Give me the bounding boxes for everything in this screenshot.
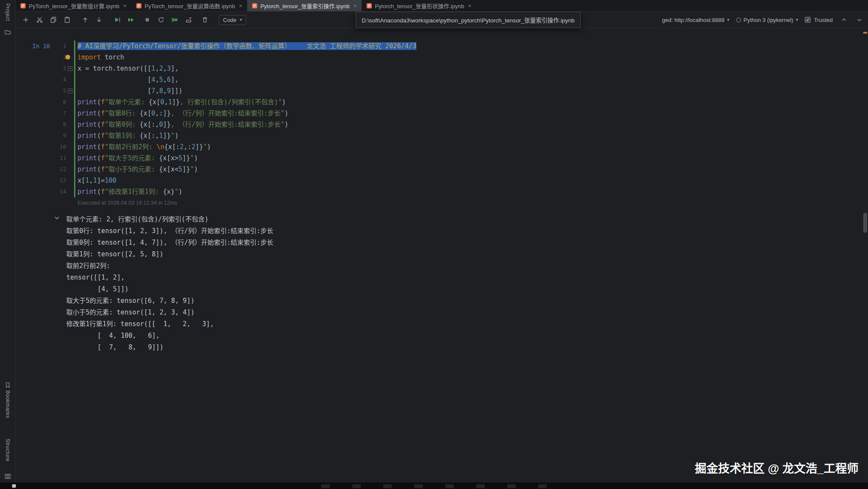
code-line[interactable]: 7print(f"取第0行: {x[0,:]}, （行/列）开始索引:结束索引:… — [16, 108, 859, 119]
editor-scrollbar[interactable] — [862, 28, 868, 483]
taskbar-app-icon[interactable] — [352, 484, 361, 488]
output-line: 取小于5的元素: tensor([1, 2, 3, 4]) — [66, 307, 273, 318]
taskbar-app-icon[interactable] — [383, 484, 392, 488]
delete-cell-button[interactable] — [199, 14, 211, 26]
code-text: print(f"取第0列: {x[:,0]}, （行/列）开始索引:结束索引:步… — [74, 119, 288, 130]
tool-window-structure[interactable]: Structure — [5, 439, 11, 461]
tab-close-icon[interactable]: × — [239, 3, 242, 9]
fold-gutter — [66, 175, 74, 186]
taskbar-app-icon[interactable] — [507, 484, 516, 488]
notebook-file-icon — [252, 3, 257, 9]
jupyter-server-dropdown[interactable]: ged: http://localhost:8888 ▾ — [662, 17, 729, 23]
code-line[interactable]: 10print(f"取前2行前2列: \n{x[:2,:2]}") — [16, 141, 859, 153]
run-all-button[interactable] — [125, 14, 137, 26]
cell-type-dropdown[interactable]: Code ▾ — [219, 15, 246, 25]
fold-gutter — [66, 97, 74, 108]
editor-tab[interactable]: PyTorch_tensor_张量运算函数.ipynb× — [131, 0, 247, 11]
kernel-name: Python 3 (ipykernel) — [744, 17, 794, 23]
structure-icon[interactable] — [4, 473, 11, 480]
tool-window-bookmarks[interactable]: Bookmarks — [5, 390, 11, 418]
taskbar-app-icon[interactable] — [538, 484, 547, 488]
code-line[interactable]: 13x[1,1]=100 — [16, 175, 859, 186]
copy-icon — [50, 16, 57, 23]
scrollbar-thumb[interactable] — [863, 213, 867, 233]
restart-kernel-icon — [158, 16, 164, 23]
fold-marker[interactable] — [66, 63, 74, 74]
tab-close-icon[interactable]: × — [123, 3, 127, 9]
fold-gutter — [66, 119, 74, 130]
run-all-below-icon — [171, 16, 178, 23]
tab-bar: PyTorch_tensor_张量数值计算.ipynb×PyTorch_tens… — [16, 0, 868, 12]
taskbar-app-icon[interactable] — [321, 484, 330, 488]
copy-button[interactable] — [47, 14, 59, 26]
add-cell-button[interactable] — [20, 14, 32, 26]
code-line[interactable]: 3x = torch.tensor([[1,2,3], — [16, 63, 859, 74]
tool-window-project[interactable]: Project — [5, 3, 11, 21]
line-number: 13 — [55, 175, 66, 186]
code-line[interactable]: 11print(f"取大于5的元素: {x[x>5]}") — [16, 153, 859, 164]
cell-in-label — [16, 175, 55, 186]
output-collapse-icon[interactable] — [53, 215, 62, 223]
code-lines[interactable]: In 101# AI深度学习/PyTorch/Tensor/张量索引操作（数学函… — [16, 40, 859, 197]
move-down-button[interactable] — [93, 14, 105, 26]
kernel-dropdown[interactable]: Python 3 (ipykernel) ▾ — [736, 17, 798, 23]
editor[interactable]: In 101# AI深度学习/PyTorch/Tensor/张量索引操作（数学函… — [16, 28, 868, 483]
text-selection: # AI深度学习/PyTorch/Tensor/张量索引操作（数学函数、矩阵运算… — [78, 42, 416, 50]
code-line[interactable]: 9print(f"取第1列: {x[:,1]}") — [16, 130, 859, 141]
bookmarks-icon[interactable] — [4, 382, 11, 389]
code-line[interactable]: 12print(f"取小于5的元素: {x[x<5]}") — [16, 164, 859, 175]
watermark: 掘金技术社区 @ 龙文浩_工程师 — [695, 459, 859, 476]
tab-close-icon[interactable]: × — [468, 3, 471, 9]
cell-in-label — [16, 153, 55, 164]
project-folder-icon[interactable] — [4, 28, 11, 35]
line-number: 1 — [55, 40, 66, 52]
trusted-checkbox[interactable]: ✓ Trusted — [805, 17, 833, 23]
windows-taskbar[interactable] — [0, 483, 868, 489]
delete-cell-icon — [202, 16, 208, 23]
chevron-down-icon — [856, 17, 862, 23]
move-up-button[interactable] — [79, 14, 91, 26]
taskbar-corner-icon[interactable] — [12, 484, 16, 488]
fold-gutter — [66, 153, 74, 164]
code-text: # AI深度学习/PyTorch/Tensor/张量索引操作（数学函数、矩阵运算… — [74, 40, 416, 52]
code-text: print(f"取前2行前2列: \n{x[:2,:2]}") — [74, 141, 211, 153]
run-all-below-button[interactable] — [169, 14, 181, 26]
restart-kernel-button[interactable] — [155, 14, 167, 26]
cut-button[interactable] — [34, 14, 46, 26]
fold-marker[interactable] — [66, 85, 74, 97]
code-line[interactable]: In 101# AI深度学习/PyTorch/Tensor/张量索引操作（数学函… — [16, 40, 859, 52]
code-text: print(f"取大于5的元素: {x[x>5]}") — [74, 153, 198, 164]
taskbar-app-icon[interactable] — [445, 484, 454, 488]
output-line: tensor([[1, 2], — [66, 272, 273, 283]
tab-close-icon[interactable]: × — [353, 3, 357, 9]
editor-tab[interactable]: Pytorch_tensor_张量形状操作.ipynb× — [362, 0, 476, 11]
code-line[interactable]: 8print(f"取第0列: {x[:,0]}, （行/列）开始索引:结束索引:… — [16, 119, 859, 130]
run-all-icon — [127, 16, 134, 23]
left-tool-window-bar: Project Bookmarks Structure — [0, 0, 16, 483]
checkbox-checked-icon: ✓ — [805, 17, 811, 23]
line-number: 3 — [55, 63, 66, 74]
taskbar-app-icon[interactable] — [414, 484, 423, 488]
code-line[interactable]: 5 [7,8,9]]) — [16, 85, 859, 97]
clear-outputs-button[interactable] — [183, 14, 195, 26]
line-number: 8 — [55, 119, 66, 130]
code-text: print(f"取单个元素: {x[0,1]}, 行索引(包含)/列索引(不包含… — [74, 97, 286, 108]
collapse-down-button[interactable] — [855, 16, 864, 24]
output-line: [ 7, 8, 9]]) — [66, 342, 273, 353]
output-line: 修改第1行第1列: tensor([[ 1, 2, 3], — [66, 318, 273, 330]
editor-tab[interactable]: Pytorch_tensor_张量索引操作.ipynb× — [247, 0, 362, 11]
editor-tab[interactable]: PyTorch_tensor_张量数值计算.ipynb× — [16, 0, 131, 11]
cell-in-label: In 10 — [16, 40, 55, 52]
run-cell-button[interactable] — [111, 14, 123, 26]
code-line[interactable]: 14print(f"修改第1行第1列: {x}") — [16, 186, 859, 197]
line-number: 7 — [55, 108, 66, 119]
code-line[interactable]: 6print(f"取单个元素: {x[0,1]}, 行索引(包含)/列索引(不包… — [16, 97, 859, 108]
code-line[interactable]: 4 [4,5,6], — [16, 74, 859, 85]
trusted-label: Trusted — [814, 17, 833, 23]
taskbar-app-icon[interactable] — [476, 484, 485, 488]
interrupt-button[interactable] — [141, 14, 153, 26]
collapse-up-button[interactable] — [840, 16, 848, 24]
code-text: print(f"取第1列: {x[:,1]}") — [74, 130, 179, 141]
paste-button[interactable] — [61, 14, 73, 26]
code-line[interactable]: 2import torch — [16, 52, 859, 63]
